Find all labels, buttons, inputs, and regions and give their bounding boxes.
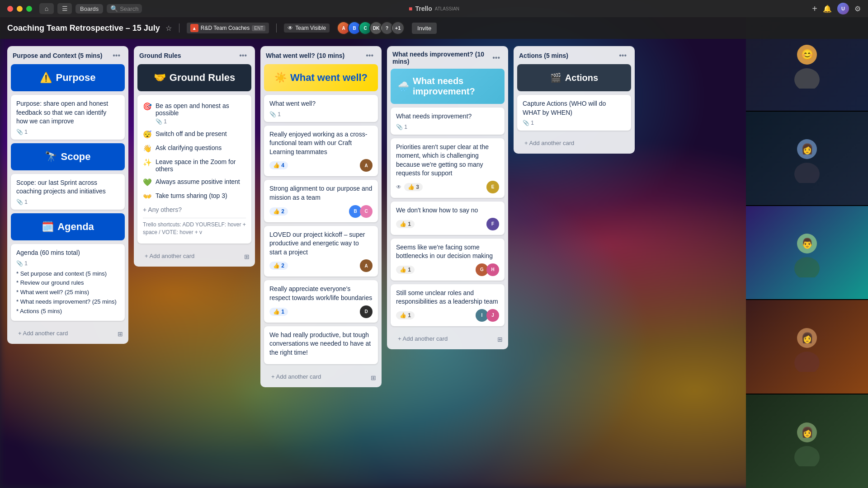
card-agenda-desc[interactable]: Agenda (60 mins total) 📎 1 * Set purpose… — [11, 244, 125, 321]
visibility-badge[interactable]: 👁 Team Visible — [284, 23, 330, 33]
gr-item-2[interactable]: 😴 Switch off and be present — [143, 127, 246, 141]
improvement-copy-button[interactable]: ⊞ — [495, 334, 505, 345]
purpose-copy-button[interactable]: ⊞ — [116, 328, 125, 339]
gr-emoji-1: 🎯 — [143, 102, 152, 111]
imp-3-row: 👍 1 G H — [396, 263, 499, 276]
column-improvement-menu[interactable]: ••• — [490, 53, 503, 63]
card-ww-3[interactable]: LOVED our project kickoff – super produc… — [264, 226, 378, 277]
card-imp-3[interactable]: Seems like we're facing some bottlenecks… — [391, 239, 505, 281]
column-went-well-title: What went well? (10 mins) — [266, 52, 344, 59]
gr-text-1: Be as open and honest as possible — [156, 102, 229, 117]
more-members-badge[interactable]: +1 — [391, 21, 405, 35]
video-cell-3: 👨 — [746, 206, 868, 300]
card-ww-4[interactable]: Really appreciate everyone's respect tow… — [264, 280, 378, 322]
column-ground-rules-menu[interactable]: ••• — [236, 51, 250, 61]
card-agenda-hero[interactable]: 🗓️ Agenda — [11, 213, 125, 240]
card-imp-1[interactable]: Priorities aren't super clear at the mom… — [391, 138, 505, 198]
column-purpose: Purpose and Context (5 mins) ••• ⚠️ Purp… — [7, 46, 128, 344]
ground-rules-add-card-button[interactable]: + Add another card — [139, 249, 200, 263]
gr-text-3: Ask clarifying questions — [156, 144, 222, 151]
settings-button[interactable]: ⚙ — [854, 5, 861, 13]
column-went-well-header: What went well? (10 mins) ••• — [260, 46, 382, 64]
star-button[interactable]: ☆ — [165, 24, 172, 33]
svg-point-13 — [794, 446, 820, 466]
agenda-desc-text: Agenda (60 mins total) — [16, 249, 119, 258]
imp-2-votes[interactable]: 👍 1 — [396, 220, 415, 228]
improvement-add-card-button[interactable]: + Add another card — [392, 332, 453, 346]
gr-item-1[interactable]: 🎯 Be as open and honest as possible 📎 1 — [143, 99, 246, 127]
divider2 — [276, 23, 277, 33]
card-ww-2[interactable]: Strong alignment to our purpose and miss… — [264, 180, 378, 222]
ww-question-attachment: 📎 1 — [269, 111, 281, 117]
minimize-button[interactable] — [17, 6, 23, 12]
traffic-lights[interactable] — [7, 6, 32, 12]
gr-item-6[interactable]: 👐 Take turns sharing (top 3) — [143, 189, 246, 203]
card-ww-1[interactable]: Really enjoyed working as a cross-functi… — [264, 126, 378, 177]
add-button[interactable]: + — [812, 4, 817, 14]
card-imp-question[interactable]: What needs improvement? 📎 1 — [391, 108, 505, 135]
card-ww-question[interactable]: What went well? 📎 1 — [264, 95, 378, 122]
column-ground-rules-title: Ground Rules — [139, 52, 181, 59]
search-placeholder: Search — [120, 5, 138, 12]
nav-buttons[interactable]: ⌂ ☰ — [39, 3, 72, 14]
purpose-add-card-button[interactable]: + Add another card — [13, 326, 73, 340]
ww-3-text: LOVED our project kickoff – super produc… — [269, 230, 373, 257]
ww-1-avatar: A — [360, 159, 373, 172]
ground-rules-copy-button[interactable]: ⊞ — [242, 251, 251, 262]
columns-wrapper: Purpose and Context (5 mins) ••• ⚠️ Purp… — [7, 46, 635, 481]
visibility-label: Team Visible — [295, 25, 326, 31]
card-imp-2[interactable]: We don't know how to say no 👍 1 F — [391, 202, 505, 235]
card-actions-hero[interactable]: 🎬 Actions — [517, 64, 631, 91]
home-button[interactable]: ⌂ — [39, 3, 54, 14]
card-purpose-desc[interactable]: Purpose: share open and honest feedback … — [11, 95, 125, 140]
actions-add-card-button[interactable]: + Add another card — [519, 136, 580, 150]
purpose-attachment: 📎 1 — [16, 129, 28, 135]
card-actions-1[interactable]: Capture Actions (WHO will do WHAT by WHE… — [517, 95, 631, 131]
ww-1-votes[interactable]: 👍 4 — [269, 161, 288, 169]
ww-2-votes[interactable]: 👍 2 — [269, 207, 288, 216]
close-button[interactable] — [7, 6, 13, 12]
card-went-well-hero[interactable]: ☀️ What went well? — [264, 64, 378, 91]
workspace-badge[interactable]: ▲ R&D Team Coaches ENT — [187, 23, 269, 33]
imp-4-votes[interactable]: 👍 1 — [396, 311, 415, 319]
column-went-well-menu[interactable]: ••• — [363, 51, 376, 61]
any-others-item[interactable]: + Any others? — [143, 203, 246, 216]
card-purpose-hero[interactable]: ⚠️ Purpose — [11, 64, 125, 91]
card-ground-rules-list[interactable]: 🎯 Be as open and honest as possible 📎 1 … — [137, 95, 251, 244]
card-ww-5[interactable]: We had really productive, but tough conv… — [264, 326, 378, 365]
gr-item-5[interactable]: 💚 Always assume positive intent — [143, 175, 246, 189]
column-purpose-menu[interactable]: ••• — [110, 51, 123, 61]
agenda-item-1: * Set purpose and context (5 mins) — [16, 269, 119, 279]
bookmark-button[interactable]: ☰ — [57, 3, 72, 14]
imp-1-row: 👁 👍 3 E — [396, 181, 499, 193]
gr-emoji-4: ✨ — [143, 158, 152, 167]
card-improvement-hero[interactable]: 🌧️ What needs improvement? — [391, 69, 505, 104]
imp-3-votes[interactable]: 👍 1 — [396, 266, 415, 274]
imp-1-votes[interactable]: 👍 3 — [404, 183, 423, 191]
boards-button[interactable]: Boards — [75, 4, 103, 14]
actions-1-attachment: 📎 1 — [523, 120, 534, 126]
maximize-button[interactable] — [26, 6, 32, 12]
purpose-add-row: + Add another card ⊞ — [7, 324, 128, 344]
went-well-copy-button[interactable]: ⊞ — [369, 372, 378, 383]
gr-item-4[interactable]: ✨ Leave space in the Zoom for others — [143, 155, 246, 175]
card-scope-desc[interactable]: Scope: our last Sprint across coaching p… — [11, 174, 125, 210]
gr-emoji-5: 💚 — [143, 178, 152, 187]
card-scope-hero[interactable]: 🔭 Scope — [11, 143, 125, 170]
went-well-add-card-button[interactable]: + Add another card — [266, 370, 326, 384]
column-actions-menu[interactable]: ••• — [616, 51, 629, 61]
ww-4-votes[interactable]: 👍 1 — [269, 308, 288, 316]
ent-badge: ENT — [252, 25, 265, 31]
invite-button[interactable]: Invite — [412, 23, 437, 34]
purpose-desc-text: Purpose: share open and honest feedback … — [16, 99, 119, 126]
user-avatar[interactable]: U — [837, 3, 849, 14]
imp-hero-text: What needs improvement? — [413, 76, 497, 97]
card-imp-4[interactable]: Still some unclear roles and responsibil… — [391, 284, 505, 326]
column-went-well-cards: ☀️ What went well? What went well? 📎 1 R… — [260, 64, 382, 368]
scope-desc-text: Scope: our last Sprint across coaching p… — [16, 178, 119, 196]
ww-3-votes[interactable]: 👍 2 — [269, 262, 288, 270]
card-ground-rules-hero[interactable]: 🤝 Ground Rules — [137, 64, 251, 91]
ww-question-text: What went well? — [269, 99, 373, 108]
notifications-button[interactable]: 🔔 — [823, 5, 832, 13]
gr-item-3[interactable]: 👋 Ask clarifying questions — [143, 141, 246, 155]
